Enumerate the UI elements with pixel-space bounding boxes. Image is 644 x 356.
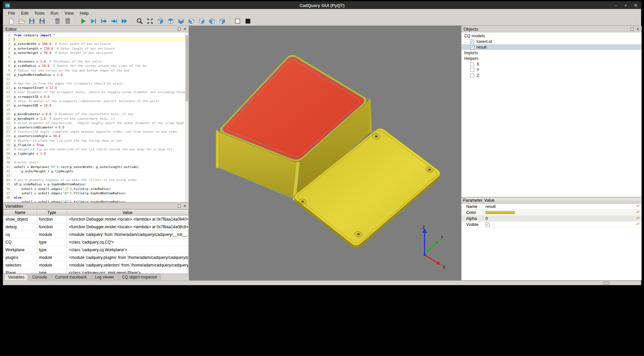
table-row[interactable]: debugfunction<function Debugger.render.<… (4, 223, 188, 231)
float-panel-icon[interactable] (178, 205, 181, 208)
code-line[interactable]: 19p_boreDiameter = 8.0··# Diameter of th… (3, 112, 185, 116)
code-line[interactable]: ····oshell = oshell.edges("#Z").fillet(p… (3, 200, 185, 202)
close-panel-icon[interactable]: ✕ (636, 28, 639, 31)
wireframe-icon[interactable] (233, 17, 242, 25)
reset-value-icon[interactable]: ↶ (635, 222, 641, 227)
tree-item-imports[interactable]: Imports (462, 50, 641, 56)
code-line[interactable]: 27# Height of lip on the underside of th… (3, 147, 185, 151)
code-line[interactable]: 37····oshell = oshell.edges("#Z").fillet… (3, 191, 185, 195)
new-file-icon[interactable] (7, 17, 15, 25)
code-line[interactable]: 16# Outer Diameter of the screwposts.\nD… (3, 99, 185, 103)
close-panel-icon[interactable]: ✕ (183, 205, 186, 208)
code-line[interactable]: 31oshell = Workplane("XY").rect(p_outerW… (3, 165, 185, 169)
tab-cq-object-inspector[interactable]: CQ object inspector (119, 274, 161, 280)
variables-col-name[interactable]: Name (4, 210, 37, 216)
back-view-icon[interactable] (197, 17, 206, 25)
float-panel-icon[interactable] (631, 28, 634, 31)
continue-icon[interactable] (120, 17, 129, 25)
reset-value-icon[interactable]: ↶ (635, 210, 641, 215)
table-row[interactable]: Planetype<class 'cadquery.occ_impl.geom.… (4, 269, 188, 274)
step-icon[interactable] (100, 17, 108, 25)
code-area[interactable]: 1from cadquery import *23p_outerWidth = … (3, 32, 185, 202)
code-line[interactable]: 12# How far in from the edges the screwp… (3, 81, 185, 86)
code-line[interactable]: 17p_screwpostOD = 10.0 (3, 103, 185, 107)
tree-item-x[interactable]: ✓X (462, 61, 641, 67)
editor-scrollbar-thumb[interactable] (186, 35, 188, 101)
menu-view[interactable]: View (62, 10, 77, 17)
checkbox[interactable]: ✓ (470, 74, 474, 78)
reset-value-icon[interactable]: ↶ (635, 216, 641, 221)
code-line[interactable]: 36····oshell = oshell.edges("|Z").fillet… (3, 187, 185, 191)
tab-log-viewer[interactable]: Log viewer (91, 274, 118, 280)
variables-col-type[interactable]: Type (37, 210, 67, 216)
code-line[interactable]: 9# Radius for the curves on the top and … (3, 68, 185, 73)
code-line[interactable]: 1from cadquery import * (3, 33, 185, 37)
code-line[interactable]: 7p_thickness = 3.0··# Thickness of the b… (3, 59, 185, 64)
variables-col-value[interactable]: Value (67, 210, 188, 216)
table-row[interactable]: selectorsmodule<module 'cadquery.selecto… (4, 262, 188, 269)
code-line[interactable]: 25# Whether to place the lid with the to… (3, 138, 185, 143)
tree-item-z[interactable]: ✓Z (462, 73, 641, 78)
top-view-icon[interactable] (166, 17, 175, 25)
code-line[interactable]: 23# Countersink angle (complete angle be… (3, 129, 185, 134)
bottom-view-icon[interactable] (177, 17, 185, 25)
menu-edit[interactable]: Edit (18, 10, 31, 17)
code-line[interactable]: 26p_flipLid = True (3, 143, 185, 147)
menu-file[interactable]: File (5, 10, 18, 17)
menu-help[interactable]: Help (77, 10, 92, 17)
menu-tools[interactable]: Tools (31, 10, 47, 17)
code-line[interactable]: 4p_outerLength = 150.0··# Outer length o… (3, 46, 185, 51)
close-button[interactable]: ✕ (633, 3, 638, 8)
code-line[interactable]: 29 (3, 156, 185, 160)
code-line[interactable]: 34# weird geometry happens if we make th… (3, 178, 185, 182)
close-panel-icon[interactable]: ✕ (183, 28, 186, 31)
tab-console[interactable]: Console (29, 274, 51, 280)
delete-icon[interactable] (53, 17, 62, 25)
checkbox[interactable]: ✓ (470, 62, 474, 66)
editor-scrollbar[interactable] (185, 32, 188, 202)
table-row[interactable]: CQtype<class 'cadquery.cq.CQ'> (4, 239, 188, 246)
color-swatch[interactable] (485, 211, 515, 214)
3d-viewport[interactable]: Z Y X (189, 26, 461, 280)
reset-value-icon[interactable]: ↶ (635, 204, 641, 209)
code-line[interactable]: 6 (3, 55, 185, 59)
checkbox[interactable]: ✓ (470, 40, 474, 44)
code-line[interactable]: 21# Outer diameter of countersink. Shoul… (3, 121, 185, 125)
front-view-icon[interactable] (187, 17, 195, 25)
table-row[interactable]: pluginsmodule<module 'cadquery.plugins' … (4, 254, 188, 262)
tree-item-cq-models[interactable]: CQ models (462, 33, 641, 39)
code-line[interactable]: 8p_sideRadius = 10.0··# Radius for the c… (3, 64, 185, 68)
code-line[interactable]: 32····p_outerHeight + p_lipHeight) (3, 169, 185, 173)
code-line[interactable]: 15p_screwpostID = 4.0 (3, 94, 185, 99)
tab-current-traceback[interactable]: Current traceback (51, 274, 90, 280)
code-line[interactable]: 22p_countersinkDiameter = 0.0 (3, 125, 185, 129)
tree-item-lowerlid[interactable]: ✓lowerLid (462, 39, 641, 44)
code-line[interactable]: 33 (3, 173, 185, 178)
code-line[interactable]: 35if p_sideRadius > p_topAndBottomRadius… (3, 182, 185, 186)
code-line[interactable]: 2 (3, 37, 185, 42)
parameter-value[interactable]: result (483, 204, 635, 209)
code-line[interactable]: 24p_countersinkAngle = 90.0 (3, 134, 185, 138)
fit-view-icon[interactable] (146, 17, 154, 25)
save-icon[interactable] (28, 17, 36, 25)
parameter-value[interactable] (483, 211, 635, 214)
tab-variables[interactable]: Variables (4, 274, 28, 280)
left-view-icon[interactable] (208, 17, 216, 25)
checkbox[interactable]: ✓ (485, 223, 489, 227)
zoom-icon[interactable] (136, 17, 144, 25)
code-line[interactable]: 28p_lipHeight = 1.0 (3, 151, 185, 156)
code-line[interactable]: 18 (3, 107, 185, 112)
tree-item-helpers[interactable]: Helpers (462, 56, 641, 61)
clear-icon[interactable] (64, 17, 72, 25)
parameter-value[interactable]: ✓ (483, 223, 635, 227)
table-row[interactable]: Workplanetype<class 'cadquery.cq.Workpla… (4, 246, 188, 254)
parameter-value[interactable]: 0 (483, 216, 635, 221)
iso-view-icon[interactable] (156, 17, 164, 25)
code-line[interactable]: 30# outer shell (3, 160, 185, 164)
open-folder-icon[interactable] (17, 17, 26, 25)
code-line[interactable]: 14# nner Diameter of the screwpost holes… (3, 90, 185, 94)
menu-run[interactable]: Run (48, 10, 62, 17)
debug-icon[interactable] (89, 17, 98, 25)
table-row[interactable]: cqmodule<module 'cadquery' from '/home/a… (4, 231, 188, 239)
minimize-button[interactable]: – (613, 3, 618, 8)
